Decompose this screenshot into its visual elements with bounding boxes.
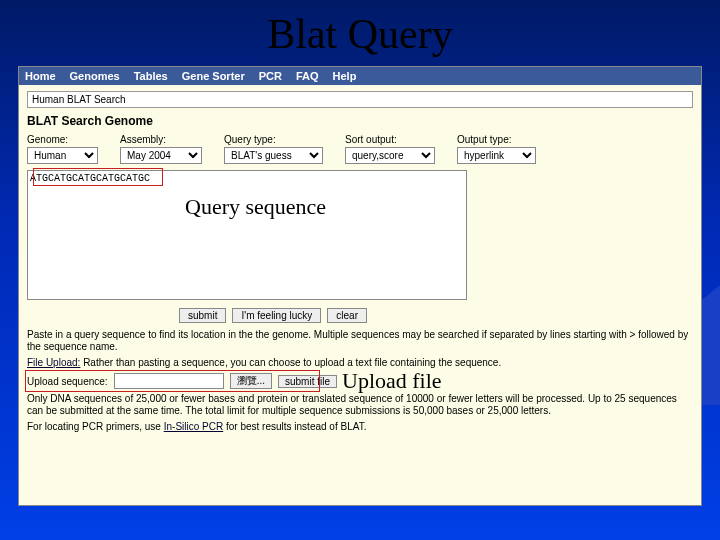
pcr-note-suffix: for best results instead of BLAT. bbox=[223, 421, 366, 432]
sequence-textarea[interactable] bbox=[27, 170, 467, 300]
page-heading: BLAT Search Genome bbox=[27, 114, 693, 128]
assembly-label: Assembly: bbox=[120, 134, 202, 145]
paste-description: Paste in a query sequence to find its lo… bbox=[27, 329, 693, 353]
browser-panel: Home Genomes Tables Gene Sorter PCR FAQ … bbox=[18, 66, 702, 506]
controls-row: Genome: Human Assembly: May 2004 Query t… bbox=[27, 134, 693, 164]
query-area: Query sequence bbox=[27, 170, 693, 302]
top-navbar: Home Genomes Tables Gene Sorter PCR FAQ … bbox=[19, 67, 701, 85]
upload-row: Upload sequence: 瀏覽... submit file Uploa… bbox=[27, 373, 693, 389]
nav-faq[interactable]: FAQ bbox=[296, 70, 319, 82]
section-header: Human BLAT Search bbox=[27, 91, 693, 108]
upload-prefix-label: Upload sequence: bbox=[27, 376, 108, 387]
submit-file-button[interactable]: submit file bbox=[278, 375, 337, 388]
genome-label: Genome: bbox=[27, 134, 98, 145]
file-upload-description: File Upload: Rather than pasting a seque… bbox=[27, 357, 693, 369]
pcr-link[interactable]: In-Silico PCR bbox=[164, 421, 223, 432]
annotation-upload-label: Upload file bbox=[342, 368, 442, 394]
nav-genomes[interactable]: Genomes bbox=[70, 70, 120, 82]
file-upload-heading: File Upload: bbox=[27, 357, 80, 368]
action-button-row: submit I'm feeling lucky clear bbox=[179, 308, 701, 323]
submit-button[interactable]: submit bbox=[179, 308, 226, 323]
nav-home[interactable]: Home bbox=[25, 70, 56, 82]
upload-file-input[interactable] bbox=[114, 373, 224, 389]
assembly-select[interactable]: May 2004 bbox=[120, 147, 202, 164]
browse-button[interactable]: 瀏覽... bbox=[230, 373, 272, 389]
pcr-note: For locating PCR primers, use In-Silico … bbox=[27, 421, 693, 433]
nav-gene-sorter[interactable]: Gene Sorter bbox=[182, 70, 245, 82]
nav-help[interactable]: Help bbox=[333, 70, 357, 82]
file-upload-text: Rather than pasting a sequence, you can … bbox=[83, 357, 501, 368]
query-type-label: Query type: bbox=[224, 134, 323, 145]
nav-pcr[interactable]: PCR bbox=[259, 70, 282, 82]
slide-title: Blat Query bbox=[0, 0, 720, 66]
sort-output-label: Sort output: bbox=[345, 134, 435, 145]
limits-description: Only DNA sequences of 25,000 or fewer ba… bbox=[27, 393, 693, 417]
output-type-select[interactable]: hyperlink bbox=[457, 147, 536, 164]
sort-output-select[interactable]: query,score bbox=[345, 147, 435, 164]
lucky-button[interactable]: I'm feeling lucky bbox=[232, 308, 321, 323]
nav-tables[interactable]: Tables bbox=[134, 70, 168, 82]
pcr-note-prefix: For locating PCR primers, use bbox=[27, 421, 164, 432]
query-type-select[interactable]: BLAT's guess bbox=[224, 147, 323, 164]
output-type-label: Output type: bbox=[457, 134, 536, 145]
clear-button[interactable]: clear bbox=[327, 308, 367, 323]
genome-select[interactable]: Human bbox=[27, 147, 98, 164]
